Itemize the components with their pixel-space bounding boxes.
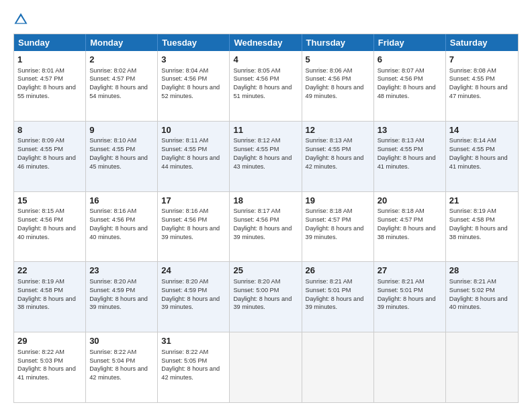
- day-info: Sunrise: 8:18 AMSunset: 4:57 PMDaylight:…: [306, 208, 364, 240]
- day-number: 14: [449, 124, 515, 136]
- calendar-row: 8Sunrise: 8:09 AMSunset: 4:55 PMDaylight…: [14, 121, 518, 191]
- weekday-header: Friday: [374, 34, 446, 51]
- calendar-cell: 31Sunrise: 8:22 AMSunset: 5:05 PMDayligh…: [158, 332, 230, 402]
- day-number: 12: [306, 124, 370, 136]
- calendar-cell: 26Sunrise: 8:21 AMSunset: 5:01 PMDayligh…: [302, 262, 374, 332]
- header: [13, 12, 519, 27]
- calendar-cell: 23Sunrise: 8:20 AMSunset: 4:59 PMDayligh…: [86, 262, 158, 332]
- calendar-cell: 21Sunrise: 8:19 AMSunset: 4:58 PMDayligh…: [446, 192, 518, 262]
- day-info: Sunrise: 8:09 AMSunset: 4:55 PMDaylight:…: [17, 137, 76, 169]
- day-info: Sunrise: 8:19 AMSunset: 4:58 PMDaylight:…: [17, 278, 76, 310]
- day-info: Sunrise: 8:22 AMSunset: 5:05 PMDaylight:…: [161, 349, 220, 381]
- calendar-cell: 28Sunrise: 8:21 AMSunset: 5:02 PMDayligh…: [446, 262, 518, 332]
- calendar-cell: 9Sunrise: 8:10 AMSunset: 4:55 PMDaylight…: [86, 122, 158, 191]
- day-number: 30: [89, 335, 154, 347]
- calendar-cell: 8Sunrise: 8:09 AMSunset: 4:55 PMDaylight…: [14, 122, 86, 191]
- day-number: 7: [449, 54, 515, 66]
- calendar-cell: 17Sunrise: 8:16 AMSunset: 4:56 PMDayligh…: [158, 192, 230, 262]
- day-info: Sunrise: 8:01 AMSunset: 4:57 PMDaylight:…: [17, 67, 76, 99]
- day-info: Sunrise: 8:13 AMSunset: 4:55 PMDaylight:…: [306, 137, 364, 169]
- day-info: Sunrise: 8:05 AMSunset: 4:56 PMDaylight:…: [233, 67, 292, 99]
- calendar-cell: [374, 332, 446, 402]
- day-info: Sunrise: 8:16 AMSunset: 4:56 PMDaylight:…: [89, 208, 148, 240]
- day-number: 22: [17, 265, 82, 277]
- day-number: 13: [378, 124, 442, 136]
- day-info: Sunrise: 8:20 AMSunset: 4:59 PMDaylight:…: [89, 278, 148, 310]
- day-info: Sunrise: 8:12 AMSunset: 4:55 PMDaylight:…: [233, 137, 292, 169]
- weekday-header: Monday: [86, 34, 158, 51]
- day-info: Sunrise: 8:04 AMSunset: 4:56 PMDaylight:…: [161, 67, 220, 99]
- calendar-cell: 25Sunrise: 8:20 AMSunset: 5:00 PMDayligh…: [230, 262, 302, 332]
- logo-icon: [13, 12, 28, 27]
- day-number: 27: [378, 265, 442, 277]
- calendar-cell: 4Sunrise: 8:05 AMSunset: 4:56 PMDaylight…: [230, 51, 302, 121]
- calendar-cell: 7Sunrise: 8:08 AMSunset: 4:55 PMDaylight…: [446, 51, 518, 121]
- calendar-cell: 22Sunrise: 8:19 AMSunset: 4:58 PMDayligh…: [14, 262, 86, 332]
- calendar-cell: 30Sunrise: 8:22 AMSunset: 5:04 PMDayligh…: [86, 332, 158, 402]
- calendar-cell: 3Sunrise: 8:04 AMSunset: 4:56 PMDaylight…: [158, 51, 230, 121]
- calendar-cell: [302, 332, 374, 402]
- calendar-cell: 20Sunrise: 8:18 AMSunset: 4:57 PMDayligh…: [374, 192, 446, 262]
- page: SundayMondayTuesdayWednesdayThursdayFrid…: [0, 0, 532, 411]
- calendar-cell: 15Sunrise: 8:15 AMSunset: 4:56 PMDayligh…: [14, 192, 86, 262]
- day-info: Sunrise: 8:02 AMSunset: 4:57 PMDaylight:…: [89, 67, 148, 99]
- day-number: 16: [89, 195, 154, 207]
- day-info: Sunrise: 8:08 AMSunset: 4:55 PMDaylight:…: [449, 67, 508, 99]
- day-info: Sunrise: 8:07 AMSunset: 4:56 PMDaylight:…: [378, 67, 436, 99]
- logo: [13, 12, 31, 27]
- day-number: 25: [233, 265, 298, 277]
- day-info: Sunrise: 8:20 AMSunset: 4:59 PMDaylight:…: [161, 278, 220, 310]
- calendar-cell: 24Sunrise: 8:20 AMSunset: 4:59 PMDayligh…: [158, 262, 230, 332]
- calendar-cell: 29Sunrise: 8:22 AMSunset: 5:03 PMDayligh…: [14, 332, 86, 402]
- day-number: 11: [233, 124, 298, 136]
- day-info: Sunrise: 8:17 AMSunset: 4:56 PMDaylight:…: [233, 208, 292, 240]
- day-info: Sunrise: 8:19 AMSunset: 4:58 PMDaylight:…: [449, 208, 508, 240]
- day-number: 3: [161, 54, 226, 66]
- day-number: 26: [306, 265, 370, 277]
- day-info: Sunrise: 8:22 AMSunset: 5:04 PMDaylight:…: [89, 349, 148, 381]
- day-info: Sunrise: 8:06 AMSunset: 4:56 PMDaylight:…: [306, 67, 364, 99]
- day-info: Sunrise: 8:10 AMSunset: 4:55 PMDaylight:…: [89, 137, 148, 169]
- day-info: Sunrise: 8:21 AMSunset: 5:02 PMDaylight:…: [449, 278, 508, 310]
- calendar-cell: 2Sunrise: 8:02 AMSunset: 4:57 PMDaylight…: [86, 51, 158, 121]
- calendar-cell: 16Sunrise: 8:16 AMSunset: 4:56 PMDayligh…: [86, 192, 158, 262]
- calendar-cell: 27Sunrise: 8:21 AMSunset: 5:01 PMDayligh…: [374, 262, 446, 332]
- calendar-cell: 18Sunrise: 8:17 AMSunset: 4:56 PMDayligh…: [230, 192, 302, 262]
- day-info: Sunrise: 8:15 AMSunset: 4:56 PMDaylight:…: [17, 208, 76, 240]
- day-number: 5: [306, 54, 370, 66]
- calendar-row: 1Sunrise: 8:01 AMSunset: 4:57 PMDaylight…: [14, 51, 518, 121]
- day-info: Sunrise: 8:21 AMSunset: 5:01 PMDaylight:…: [378, 278, 436, 310]
- calendar-cell: [446, 332, 518, 402]
- day-info: Sunrise: 8:13 AMSunset: 4:55 PMDaylight:…: [378, 137, 436, 169]
- calendar-cell: 10Sunrise: 8:11 AMSunset: 4:55 PMDayligh…: [158, 122, 230, 191]
- day-info: Sunrise: 8:21 AMSunset: 5:01 PMDaylight:…: [306, 278, 364, 310]
- day-info: Sunrise: 8:16 AMSunset: 4:56 PMDaylight:…: [161, 208, 220, 240]
- day-number: 1: [17, 54, 82, 66]
- calendar: SundayMondayTuesdayWednesdayThursdayFrid…: [13, 34, 519, 403]
- weekday-header: Sunday: [14, 34, 86, 51]
- weekday-header: Thursday: [302, 34, 374, 51]
- day-number: 19: [306, 195, 370, 207]
- day-number: 21: [449, 195, 515, 207]
- day-info: Sunrise: 8:22 AMSunset: 5:03 PMDaylight:…: [17, 349, 76, 381]
- calendar-cell: [230, 332, 302, 402]
- weekday-header: Saturday: [446, 34, 518, 51]
- day-number: 29: [17, 335, 82, 347]
- day-number: 17: [161, 195, 226, 207]
- day-number: 31: [161, 335, 226, 347]
- day-number: 28: [449, 265, 515, 277]
- day-info: Sunrise: 8:18 AMSunset: 4:57 PMDaylight:…: [378, 208, 436, 240]
- calendar-body: 1Sunrise: 8:01 AMSunset: 4:57 PMDaylight…: [14, 51, 518, 402]
- day-info: Sunrise: 8:14 AMSunset: 4:55 PMDaylight:…: [449, 137, 508, 169]
- day-number: 2: [89, 54, 154, 66]
- day-number: 15: [17, 195, 82, 207]
- day-number: 10: [161, 124, 226, 136]
- calendar-cell: 14Sunrise: 8:14 AMSunset: 4:55 PMDayligh…: [446, 122, 518, 191]
- day-info: Sunrise: 8:11 AMSunset: 4:55 PMDaylight:…: [161, 137, 220, 169]
- calendar-cell: 11Sunrise: 8:12 AMSunset: 4:55 PMDayligh…: [230, 122, 302, 191]
- calendar-cell: 13Sunrise: 8:13 AMSunset: 4:55 PMDayligh…: [374, 122, 446, 191]
- day-number: 18: [233, 195, 298, 207]
- calendar-row: 15Sunrise: 8:15 AMSunset: 4:56 PMDayligh…: [14, 191, 518, 262]
- day-info: Sunrise: 8:20 AMSunset: 5:00 PMDaylight:…: [233, 278, 292, 310]
- calendar-cell: 12Sunrise: 8:13 AMSunset: 4:55 PMDayligh…: [302, 122, 374, 191]
